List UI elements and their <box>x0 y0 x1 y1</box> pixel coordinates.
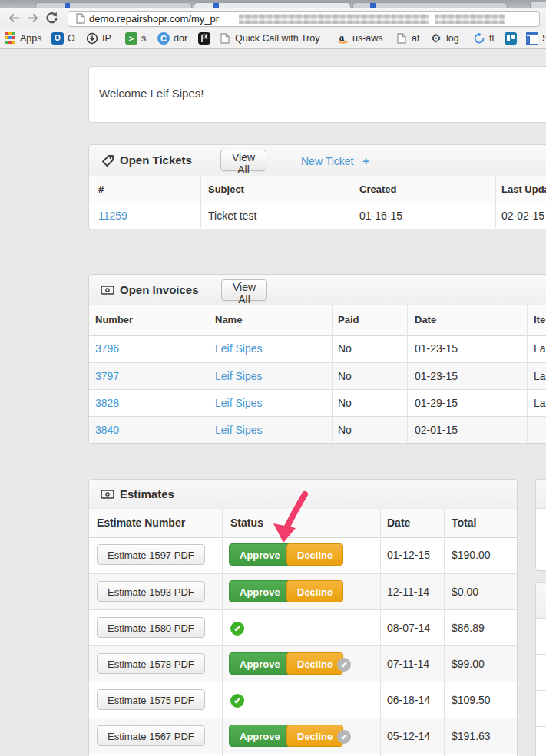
bookmark-fl[interactable]: fl <box>473 28 494 48</box>
approve-button[interactable]: Approve <box>229 725 291 747</box>
column-header: Items <box>534 305 546 335</box>
panel-title: Estimates <box>120 487 174 500</box>
bookmark-trello[interactable] <box>505 28 521 48</box>
invoice-number-link[interactable]: 3828 <box>95 390 119 417</box>
bookmark-layout[interactable]: S <box>526 28 546 48</box>
plus-icon[interactable]: + <box>362 154 369 167</box>
blue-swirl-icon: C <box>157 32 170 45</box>
right-panel-row <box>536 619 546 655</box>
url-text: demo.repairshopr.com/my_pr <box>89 12 219 26</box>
estimate-pdf-button[interactable]: Estimate 1567 PDF <box>97 725 205 746</box>
estimate-date: 12-11-14 <box>387 574 429 610</box>
invoice-number-link[interactable]: 3797 <box>95 363 119 390</box>
bookmark-at[interactable]: at <box>395 28 419 48</box>
estimate-row: Estimate 1578 PDF Approve Decline ✔ 07-1… <box>89 645 517 682</box>
panel-title: Open Invoices <box>120 283 199 296</box>
column-divider <box>207 305 207 442</box>
invoice-number-link[interactable]: 3796 <box>95 335 119 362</box>
estimate-pdf-button[interactable]: Estimate 1578 PDF <box>97 653 205 674</box>
bookmark-label: fl <box>489 33 494 44</box>
decline-button[interactable]: Decline <box>286 652 343 675</box>
amazon-icon: a <box>336 32 349 45</box>
invoice-date: 01-23-15 <box>415 363 458 390</box>
ticket-created: 01-16-15 <box>359 203 402 229</box>
browser-window: demo.repairshopr.com/my_pr Apps O O IP >… <box>0 0 546 756</box>
invoice-items: Labor <box>534 390 546 417</box>
bookmark-label: O <box>68 33 75 44</box>
bookmarks-bar: Apps O O IP > s C dor <box>0 28 546 49</box>
column-header: Total <box>452 509 476 537</box>
open-tickets-panel: Open Tickets View All New Ticket + # Sub… <box>88 144 546 229</box>
reload-button[interactable] <box>45 11 60 25</box>
flag-icon <box>198 32 210 45</box>
estimate-row: Estimate 1575 PDF ✔ 06-18-14 $109.50 <box>89 682 517 718</box>
new-ticket-link[interactable]: New Ticket + <box>301 154 369 167</box>
ticket-number-link[interactable]: 11259 <box>98 203 127 229</box>
estimate-pdf-button[interactable]: Estimate 1593 PDF <box>97 581 205 602</box>
forward-button[interactable] <box>25 11 41 25</box>
bookmark-s[interactable]: > s <box>125 28 146 48</box>
redacted-url-blur <box>239 14 429 24</box>
estimate-row: Estimate 1593 PDF Approve Decline 12-11-… <box>89 573 517 610</box>
bookmark-outlook[interactable]: O O <box>51 28 75 48</box>
estimate-pdf-button[interactable]: Estimate 1575 PDF <box>97 689 205 710</box>
trello-icon <box>505 32 517 45</box>
column-header: Name <box>215 305 242 335</box>
bookmark-label: at <box>412 33 419 44</box>
ticket-subject: Ticket test <box>208 203 256 229</box>
invoices-view-all-button[interactable]: View All <box>221 279 267 301</box>
bookmark-ip[interactable]: IP <box>86 28 111 48</box>
estimate-pdf-button[interactable]: Estimate 1597 PDF <box>97 544 205 565</box>
column-divider <box>380 509 381 756</box>
invoice-name-link[interactable]: Leif Sipes <box>215 335 262 362</box>
invoice-name-link[interactable]: Leif Sipes <box>215 417 262 443</box>
forward-arrow-icon <box>25 11 41 25</box>
page-icon <box>395 32 408 45</box>
welcome-message: Welcome Leif Sipes! <box>99 87 204 100</box>
column-header: # <box>98 176 104 203</box>
estimate-total: $109.50 <box>452 682 491 718</box>
welcome-card: Welcome Leif Sipes! <box>88 66 546 123</box>
invoice-items: Labor <box>534 335 546 362</box>
invoice-name-link[interactable]: Leif Sipes <box>215 390 262 417</box>
column-header: Subject <box>208 176 244 203</box>
approve-button[interactable]: Approve <box>229 652 291 675</box>
bookmark-dor[interactable]: C dor <box>157 28 187 48</box>
estimate-pdf-button[interactable]: Estimate 1580 PDF <box>97 617 205 638</box>
column-divider <box>352 176 352 228</box>
invoice-name-link[interactable]: Leif Sipes <box>215 363 262 390</box>
bookmark-us-aws[interactable]: a us-aws <box>336 28 383 48</box>
column-header: Date <box>415 305 436 335</box>
column-divider <box>495 176 496 228</box>
right-panel-partial <box>535 479 546 571</box>
tickets-view-all-button[interactable]: View All <box>220 150 266 171</box>
bookmark-apps[interactable]: Apps <box>4 28 42 48</box>
address-bar[interactable]: demo.repairshopr.com/my_pr <box>68 11 540 27</box>
bookmark-log[interactable]: ⚙ log <box>430 28 459 48</box>
status-check-icon: ✔ <box>337 730 351 744</box>
approve-button[interactable]: Approve <box>229 580 291 602</box>
right-panel-partial <box>535 582 546 756</box>
status-check-icon: ✔ <box>337 658 351 672</box>
bookmark-label: Apps <box>20 33 42 44</box>
back-button[interactable] <box>6 11 22 25</box>
page-icon <box>76 13 85 27</box>
estimate-date: 01-12-15 <box>387 537 430 573</box>
bookmark-flag[interactable] <box>198 28 214 48</box>
tab-strip <box>0 0 546 8</box>
invoice-paid: No <box>338 417 352 443</box>
estimate-total: $99.00 <box>452 646 485 682</box>
decline-button[interactable]: Decline <box>286 725 343 747</box>
bookmark-quick-call[interactable]: Quick Call with Troy <box>219 28 319 48</box>
invoice-number-link[interactable]: 3840 <box>95 417 119 443</box>
open-invoices-panel: Open Invoices View All Number Name Paid … <box>88 274 546 444</box>
column-header: Created <box>359 176 396 203</box>
estimate-date: 06-18-14 <box>387 682 430 718</box>
tab-favicon-icon <box>65 3 70 8</box>
annotation-arrow <box>261 482 330 551</box>
layout-icon <box>526 32 538 45</box>
decline-button[interactable]: Decline <box>286 580 343 602</box>
column-header: Date <box>387 509 410 537</box>
panel-title: Open Tickets <box>120 154 192 167</box>
open-tickets-header: Open Tickets View All New Ticket + <box>89 145 546 177</box>
